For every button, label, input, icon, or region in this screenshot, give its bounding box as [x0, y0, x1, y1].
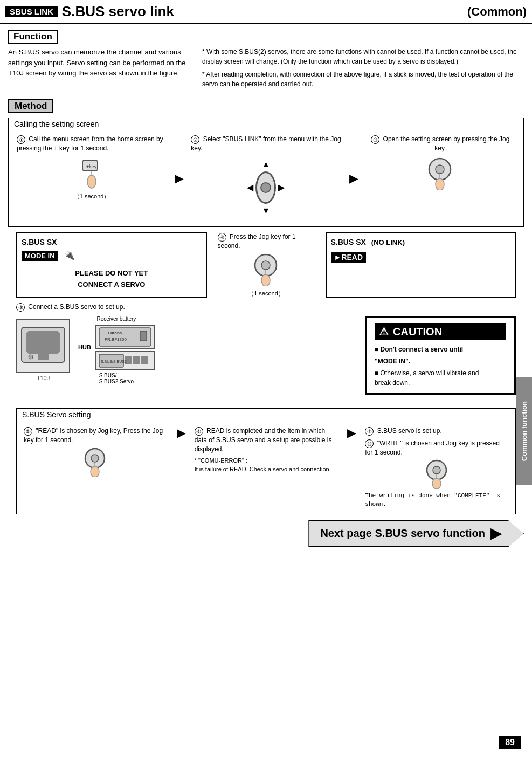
step4-num: ④ [218, 233, 226, 242]
side-tab-text: Common function [520, 401, 528, 461]
svg-text:Futaba: Futaba [108, 331, 122, 335]
step3-num: ③ [371, 135, 379, 144]
svg-point-2 [87, 175, 96, 188]
servo-step8-text: "WRITE" is chosen and Jog key is pressed… [365, 439, 500, 456]
svg-point-9 [261, 261, 270, 270]
svg-point-31 [432, 478, 441, 489]
calling-step-3: ③ Open the setting screen by pressing th… [360, 135, 521, 222]
function-left-text: An S.BUS servo can memorize the channel … [8, 47, 191, 92]
jog-up: ▲ [247, 159, 285, 170]
method-label: Method [8, 99, 53, 113]
caution-title-text: CAUTION [393, 326, 442, 338]
servo-step-78: ⑦ S.BUS servo is set up. ⑧ "WRITE" is ch… [361, 426, 513, 508]
step4-icon [251, 253, 281, 286]
servo-step7-text: S.BUS servo is set up. [377, 427, 442, 435]
svg-point-6 [436, 178, 444, 190]
arrow-2-3: ▶ [347, 135, 360, 222]
panel-title-right: S.BUS SX [331, 238, 366, 246]
servo-step-5: ⑤ "READ" is chosen by Jog key, Press the… [19, 426, 171, 480]
panel-warning: PLEASE DO NOT YET CONNECT A SERVO [22, 268, 202, 291]
step1-icon: +key [17, 157, 167, 190]
jog-left: ◀ [247, 182, 253, 194]
sbus-link-badge: SBUS LINK [5, 6, 58, 17]
servo-step5-icon [24, 448, 167, 477]
mode-in-badge: MODE IN [22, 251, 58, 261]
left-display-panel: S.BUS SX MODE IN 🔌 PLEASE DO NOT YET CON… [16, 232, 207, 298]
connection-area: ⑤ Connect a S.BUS servo to set up. T10J [16, 303, 516, 395]
servo-setting-section: S.BUS Servo setting ⑤ "READ" is chosen b… [8, 408, 524, 514]
receiver-box: Futaba FR.BF1800 [95, 325, 155, 349]
servo-arrow-5-6: ▶ [174, 426, 188, 439]
page-header: SBUS LINK S.BUS servo link (Common) [0, 0, 532, 24]
calling-step-2: ② Select "SBUS LINK" from the menu with … [185, 135, 346, 222]
hub-label: HUB [78, 344, 91, 350]
svg-point-5 [436, 165, 444, 174]
panel-title-left: S.BUS SX [22, 238, 202, 246]
arrow-1-2: ▶ [172, 135, 185, 222]
servo-step6-note-header: * "COMU-ERROR" : [195, 457, 338, 465]
servo-step6-note-text: It is failure of READ. Check a servo and… [195, 465, 338, 473]
side-tab: Common function [516, 377, 532, 485]
servo-step8-writing: The writing is done when "COMPLETE" is s… [365, 492, 508, 508]
caution-box: ⚠ CAUTION ■ Don't connect a servo until"… [365, 316, 516, 395]
function-right-notes: * With some S.BUS(2) servos, there are s… [202, 47, 524, 92]
servo-arrow-6-7: ▶ [344, 426, 358, 439]
svg-text:+key: +key [86, 164, 97, 169]
svg-point-30 [433, 466, 440, 474]
servo-step5-text: "READ" is chosen by Jog key, Press the J… [24, 427, 163, 444]
servo-step-6: ⑥ READ is completed and the item in whic… [190, 426, 342, 473]
panel-subtitle-right: (NO LINK) [371, 238, 405, 246]
svg-rect-23 [141, 356, 148, 364]
step3-text: Open the setting screen by pressing the … [383, 135, 510, 152]
step5a-text: Connect a S.BUS servo to set up. [28, 303, 125, 311]
svg-point-14 [29, 355, 33, 359]
svg-point-26 [91, 455, 99, 462]
servo-step6-text: READ is completed and the item in which … [195, 427, 332, 453]
caution-title: ⚠ CAUTION [375, 323, 506, 340]
step1-time: （1 second） [17, 192, 167, 201]
panel-icon: 🔌 [64, 251, 75, 260]
next-page-arrow: ▶ [490, 525, 501, 542]
servo-step8-icon [365, 459, 508, 489]
step3-icon [365, 157, 515, 190]
display-row: S.BUS SX MODE IN 🔌 PLEASE DO NOT YET CON… [16, 232, 516, 298]
receiver-battery-label: Receiver battery [97, 316, 136, 322]
svg-point-10 [261, 274, 270, 286]
servo-setting-header: S.BUS Servo setting [17, 409, 515, 421]
t10j-diagram [16, 319, 70, 373]
next-page-banner: Next page S.BUS servo function ▶ [308, 520, 524, 547]
caution-text: ■ Don't connect a servo until"MODE IN". … [375, 345, 506, 388]
step5a-num: ⑤ [16, 303, 25, 312]
svg-rect-13 [27, 332, 59, 353]
step4-text: Press the Jog key for 1 second. [218, 233, 296, 250]
step1-num: ① [17, 135, 25, 144]
step2-text: Select "SBUS LINK" from the menu with th… [191, 135, 341, 152]
svg-rect-19 [140, 331, 147, 341]
svg-rect-15 [38, 354, 49, 360]
svg-text:FR.BF1800: FR.BF1800 [105, 337, 127, 342]
step1-text: Call the menu screen from the home scree… [17, 135, 163, 152]
calling-box-header: Calling the setting screen [9, 118, 523, 130]
function-section: Function An S.BUS servo can memorize the… [0, 24, 532, 95]
next-page-text: Next page S.BUS servo function [320, 527, 485, 540]
caution-triangle: ⚠ [379, 325, 389, 338]
hub-box: S.BUS/S.BUS2 [95, 351, 155, 370]
page-title: S.BUS servo link [62, 3, 174, 20]
calling-box: Calling the setting screen ① Call the me… [8, 118, 524, 227]
step4-area: ④ Press the Jog key for 1 second. （1 sec… [212, 232, 320, 298]
jog-circle-2 [255, 171, 276, 204]
step4-time: （1 second） [248, 290, 284, 298]
method-section: Method Calling the setting screen ① Call… [0, 95, 532, 403]
step2-num: ② [191, 135, 199, 144]
servo-setting-box: S.BUS Servo setting ⑤ "READ" is chosen b… [16, 408, 516, 514]
page-number: 89 [499, 736, 521, 749]
common-label: (Common) [467, 5, 527, 19]
svg-point-27 [91, 466, 99, 477]
svg-rect-22 [133, 356, 140, 364]
connection-diagram: T10J Receiver battery HUB [16, 316, 357, 384]
jog-down: ▼ [247, 205, 285, 217]
sbus-label: S.BUS/ S.BUS2 Servo [99, 373, 134, 384]
right-display-panel: S.BUS SX (NO LINK) ►READ [326, 232, 516, 298]
jog-right: ▶ [278, 182, 285, 194]
calling-step-1: ① Call the menu screen from the home scr… [11, 135, 172, 222]
